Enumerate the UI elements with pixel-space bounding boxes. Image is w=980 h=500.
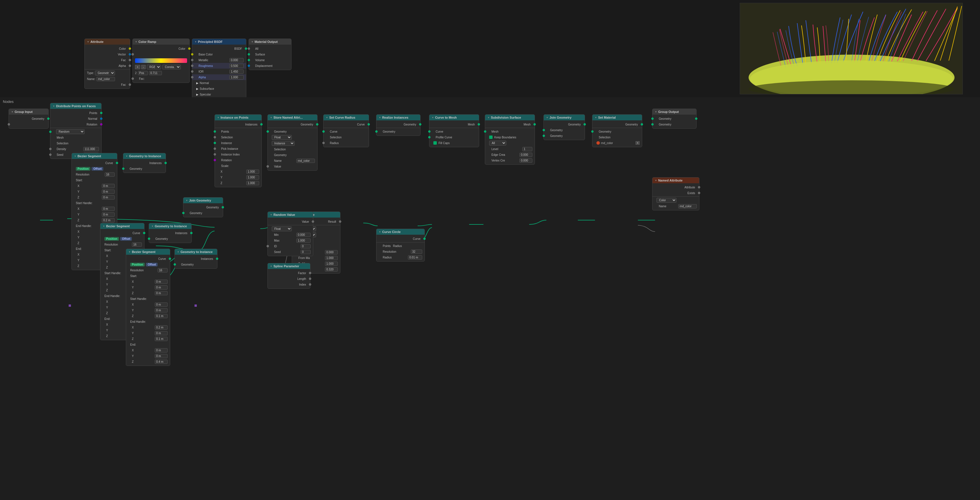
b3-ex-val[interactable] bbox=[155, 348, 168, 352]
sna-header[interactable]: ▼ Store Named Attri... bbox=[268, 114, 317, 121]
b3-ez-val[interactable] bbox=[155, 360, 168, 364]
distribute-points-header[interactable]: ▼ Distribute Points on Faces bbox=[50, 103, 101, 109]
material-output-header[interactable]: ▼ Material Output bbox=[249, 39, 291, 44]
color-mode-dropdown[interactable]: RGB bbox=[147, 65, 161, 70]
instance-on-points-node: ▼ Instance on Points Instances Points Se… bbox=[215, 114, 262, 187]
dp-mode-select[interactable]: Random bbox=[56, 129, 85, 134]
b2-resolution-val[interactable] bbox=[132, 243, 142, 247]
b3-sx-val[interactable] bbox=[155, 279, 168, 284]
b3-shy-val[interactable] bbox=[155, 308, 168, 313]
color-ramp-bar[interactable] bbox=[135, 58, 187, 63]
ss-vertex-crease-val[interactable] bbox=[519, 159, 532, 163]
b1-shy-val[interactable] bbox=[102, 213, 115, 217]
iop-sx-val[interactable] bbox=[246, 170, 259, 174]
sna-domain-select[interactable]: Instance bbox=[272, 141, 294, 146]
b1-shx-val[interactable] bbox=[102, 207, 115, 211]
iop-sy-val[interactable] bbox=[246, 175, 259, 179]
rv-seed-val[interactable] bbox=[301, 250, 311, 254]
mr-to-max-val[interactable] bbox=[325, 267, 338, 271]
geo-instance2-header[interactable]: ▼ Geometry to Instance bbox=[149, 223, 191, 229]
b1-sz-val[interactable] bbox=[102, 195, 115, 200]
b3-shz-val[interactable] bbox=[155, 314, 168, 318]
ior-val[interactable] bbox=[229, 70, 244, 74]
iop-sz-val[interactable] bbox=[246, 181, 259, 185]
join-geo1-title: Join Geometry bbox=[189, 199, 211, 202]
bezier1-header[interactable]: ▼ Bezier Segment bbox=[72, 153, 117, 159]
b2-shz: Z bbox=[106, 289, 108, 292]
cc-points-label: Points bbox=[383, 244, 391, 248]
cc-header[interactable]: ▼ Curve Circle bbox=[376, 229, 425, 235]
go-geo2-label: Geometry bbox=[659, 123, 671, 126]
rv-type-select[interactable]: Float bbox=[272, 226, 292, 231]
rv-header[interactable]: ▼ Random Value bbox=[268, 212, 313, 217]
attribute-node-header[interactable]: ▼ Attribute bbox=[85, 39, 130, 44]
na-attribute-label: Attribute bbox=[684, 186, 695, 189]
type-dropdown[interactable]: Geometry bbox=[95, 71, 115, 75]
sp-header[interactable]: ▼ Spline Parameter bbox=[268, 263, 310, 269]
mr-from-min-val[interactable] bbox=[325, 250, 338, 254]
remove-stop-button[interactable]: - bbox=[141, 65, 146, 69]
dp-density-val[interactable] bbox=[83, 147, 99, 151]
b1-sy-val[interactable] bbox=[102, 189, 115, 194]
scr-curve-out bbox=[368, 123, 370, 125]
ri-header[interactable]: ▼ Realize Instances bbox=[376, 114, 420, 121]
metallic-val[interactable] bbox=[229, 58, 244, 62]
scr-header[interactable]: ▼ Set Curve Radius bbox=[323, 114, 369, 121]
b1-resolution-val[interactable] bbox=[105, 172, 115, 177]
bezier3-header[interactable]: ▼ Bezier Segment bbox=[126, 249, 170, 255]
add-stop-button[interactable]: + bbox=[135, 65, 140, 69]
stop-pos[interactable] bbox=[138, 71, 148, 75]
b1-shz-val[interactable] bbox=[102, 218, 115, 222]
cc-curve-out-label: Curve bbox=[413, 237, 420, 240]
join-geo1-header[interactable]: ▼ Join Geometry bbox=[183, 198, 223, 203]
na-header[interactable]: ▼ Named Attribute bbox=[652, 178, 699, 183]
sm-header[interactable]: ▼ Set Material bbox=[592, 114, 642, 121]
ss-vertex-crease-label: Vertex Cre bbox=[492, 159, 505, 162]
jg3-geo-in1 bbox=[542, 129, 545, 131]
b3-ehz-val[interactable] bbox=[155, 337, 168, 341]
name-input[interactable] bbox=[96, 77, 115, 81]
alpha-val[interactable] bbox=[229, 75, 244, 79]
b1-offset-badge: Offset bbox=[92, 167, 103, 171]
ss-level-val[interactable] bbox=[522, 147, 532, 151]
b3-sz-val[interactable] bbox=[155, 291, 168, 295]
ri-geo-out-label: Geometry bbox=[404, 123, 416, 126]
b3-resolution-val[interactable] bbox=[158, 268, 168, 273]
ctm-header[interactable]: ▼ Curve to Mesh bbox=[430, 114, 479, 121]
rv-min-val[interactable] bbox=[296, 233, 311, 237]
interp-dropdown[interactable]: Consta... bbox=[162, 65, 181, 70]
iop-header[interactable]: ▼ Instance on Points bbox=[215, 114, 261, 121]
rv-id-val[interactable] bbox=[301, 244, 311, 248]
cc-radius-val[interactable] bbox=[408, 255, 422, 260]
na-type-select[interactable]: Color bbox=[657, 198, 676, 203]
principled-bsdf-header[interactable]: ▼ Principled BSDF bbox=[192, 39, 246, 44]
ss-mode-select[interactable]: All bbox=[489, 141, 506, 146]
ss-keepbound-checkbox[interactable] bbox=[489, 135, 493, 139]
sna-name-val[interactable] bbox=[296, 159, 315, 163]
na-name-val[interactable] bbox=[678, 204, 697, 208]
b3-sy-val[interactable] bbox=[155, 285, 168, 290]
geo-instance3-header[interactable]: ▼ Geometry to Instance bbox=[175, 249, 217, 255]
go-header[interactable]: ▼ Group Output bbox=[652, 109, 696, 114]
color-ramp-header[interactable]: ▼ Color Ramp bbox=[133, 39, 189, 44]
bezier2-header[interactable]: ▼ Bezier Segment bbox=[100, 223, 144, 229]
b3-ehx-val[interactable] bbox=[155, 325, 168, 330]
jg3-header[interactable]: ▼ Join Geometry bbox=[544, 114, 585, 121]
b1-sx-val[interactable] bbox=[102, 184, 115, 188]
stop-val[interactable] bbox=[149, 71, 162, 75]
ctm-fillcaps-checkbox[interactable] bbox=[433, 141, 437, 144]
cc-resolution-val[interactable] bbox=[411, 249, 422, 254]
ss-header[interactable]: ▼ Subdivision Surface bbox=[485, 114, 535, 121]
mr-to-min-val[interactable] bbox=[325, 262, 338, 266]
geo-instance1-header[interactable]: ▼ Geometry to Instance bbox=[123, 153, 165, 159]
roughness-val[interactable] bbox=[229, 64, 244, 68]
sm-material-clear[interactable]: X bbox=[636, 141, 640, 144]
sna-type-select[interactable]: Float bbox=[272, 135, 292, 140]
rv-max-val[interactable] bbox=[296, 238, 311, 243]
b3-shx-val[interactable] bbox=[155, 302, 168, 307]
group-input-header[interactable]: ▼ Group Input bbox=[9, 109, 48, 114]
b3-ehy-val[interactable] bbox=[155, 331, 168, 335]
mr-from-max-val[interactable] bbox=[325, 256, 338, 260]
b3-ey-val[interactable] bbox=[155, 354, 168, 358]
ss-edge-crease-val[interactable] bbox=[519, 152, 532, 157]
